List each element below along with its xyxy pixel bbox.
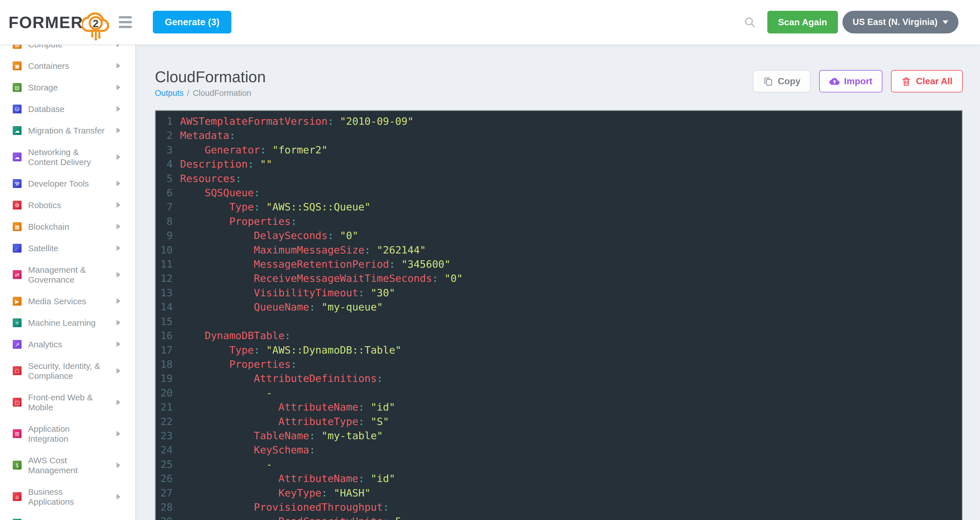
code-line: 29 ReadCapacityUnits: 5 (156, 514, 962, 520)
sidebar-item-aws-cost-management[interactable]: $AWS Cost Management (0, 449, 135, 481)
chevron-right-icon (116, 463, 121, 468)
region-label: US East (N. Virginia) (853, 17, 937, 27)
code-line: 10 MaximumMessageSize: "262144" (156, 243, 962, 257)
line-number: 11 (156, 257, 180, 271)
management-governance-icon: ⇄ (13, 270, 22, 279)
line-number: 27 (156, 486, 180, 500)
cloud-upload-icon (829, 76, 840, 86)
sidebar-item-business-applications[interactable]: ⌂Business Applications (0, 481, 135, 512)
logo-text: FORMER (8, 13, 83, 32)
line-number: 14 (156, 300, 180, 314)
sidebar-item-label: Developer Tools (28, 179, 109, 189)
sidebar-item-management-governance[interactable]: ⇄Management & Governance (0, 259, 135, 290)
line-number: 5 (156, 172, 180, 186)
sidebar-item-label: Migration & Transfer (28, 126, 109, 135)
line-number: 25 (156, 457, 180, 472)
caret-down-icon (943, 21, 948, 24)
sidebar-item-label: Management & Governance (28, 265, 109, 285)
sidebar-item-label: Compute (28, 45, 109, 49)
containers-icon: ▣ (13, 62, 22, 70)
line-number: 22 (156, 415, 180, 429)
sidebar-item-security-identity-compliance[interactable]: ☖Security, Identity, & Compliance (0, 355, 135, 386)
menu-hamburger-icon[interactable] (119, 16, 132, 28)
import-button[interactable]: Import (819, 70, 883, 92)
sidebar-item-migration-transfer[interactable]: ☁Migration & Transfer (0, 120, 135, 141)
satellite-icon: ☄ (13, 244, 22, 253)
code-line: 6 SQSQueue: (156, 186, 962, 200)
line-number: 10 (156, 243, 180, 257)
sidebar-item-machine-learning[interactable]: ⚛Machine Learning (0, 312, 135, 334)
line-number: 2 (156, 129, 180, 143)
code-line: 17 Type: "AWS::DynamoDB::Table" (156, 343, 962, 357)
search-icon[interactable] (743, 16, 756, 29)
line-number: 20 (156, 386, 180, 400)
sidebar-item-containers[interactable]: ▣Containers (0, 55, 135, 76)
sidebar-item-developer-tools[interactable]: ⚒Developer Tools (0, 173, 135, 194)
code-line: 14 QueueName: "my-queue" (156, 300, 962, 314)
sidebar-item-storage[interactable]: ▤Storage (0, 76, 135, 98)
code-line: 16 DynamoDBTable: (156, 329, 962, 343)
clear-all-button[interactable]: Clear All (891, 70, 963, 92)
line-number: 3 (156, 143, 180, 157)
code-line: 12 ReceiveMessageWaitTimeSeconds: "0" (156, 271, 962, 286)
code-line: 18 Properties: (156, 357, 962, 371)
code-line: 1AWSTemplateFormatVersion: "2010-09-09" (156, 114, 962, 129)
line-number: 29 (156, 514, 180, 520)
sidebar-item-label: Satellite (28, 243, 109, 253)
breadcrumb-outputs-link[interactable]: Outputs (155, 89, 184, 97)
line-number: 13 (156, 286, 180, 300)
code-line: 28 ProvisionedThroughput: (156, 500, 962, 514)
sidebar-item-application-integration[interactable]: ⊞Application Integration (0, 418, 135, 449)
chevron-right-icon (116, 106, 121, 112)
chevron-right-icon (116, 202, 121, 208)
sidebar-item-compute[interactable]: ▥Compute (0, 45, 135, 55)
code-line: 26 AttributeName: "id" (156, 472, 962, 486)
scan-again-button[interactable]: Scan Again (767, 11, 838, 33)
output-actions: Copy Import Clear All (753, 70, 963, 92)
line-number: 12 (156, 271, 180, 286)
chevron-right-icon (116, 154, 121, 160)
region-selector-dropdown[interactable]: US East (N. Virginia) (842, 11, 958, 33)
sidebar-item-end-user-computing[interactable]: ◫End User Computing (0, 512, 135, 520)
code-line: 5Resources: (156, 172, 962, 186)
sidebar-item-media-services[interactable]: ▶Media Services (0, 290, 135, 312)
sidebar-item-label: Media Services (28, 296, 109, 306)
code-line: 3 Generator: "former2" (156, 143, 962, 157)
code-line: 19 AttributeDefinitions: (156, 371, 962, 386)
chevron-right-icon (116, 494, 121, 499)
networking-content-delivery-icon: ☁ (13, 153, 22, 161)
sidebar-item-satellite[interactable]: ☄Satellite (0, 237, 135, 259)
robotics-icon: ⚙ (13, 201, 22, 210)
line-number: 6 (156, 186, 180, 200)
code-line: 4Description: "" (156, 157, 962, 171)
cloudformation-code-editor[interactable]: 1AWSTemplateFormatVersion: "2010-09-09"2… (155, 110, 963, 520)
line-number: 17 (156, 343, 180, 357)
generate-button[interactable]: Generate (3) (153, 11, 231, 33)
copy-icon (763, 76, 773, 86)
code-line: 21 AttributeName: "id" (156, 400, 962, 414)
sidebar-item-robotics[interactable]: ⚙Robotics (0, 194, 135, 216)
line-number: 7 (156, 200, 180, 214)
sidebar-item-label: Security, Identity, & Compliance (28, 361, 109, 381)
sidebar-item-networking-content-delivery[interactable]: ☁Networking & Content Delivery (0, 141, 135, 173)
code-line: 2Metadata: (156, 129, 962, 143)
former2-logo: FORMER 2 (8, 2, 110, 43)
business-applications-icon: ⌂ (13, 492, 22, 501)
sidebar-item-database[interactable]: ⛁Database (0, 98, 135, 120)
sidebar-item-front-end-web-mobile[interactable]: ◫Front-end Web & Mobile (0, 386, 135, 418)
code-line: 23 TableName: "my-table" (156, 429, 962, 443)
analytics-icon: ↗ (13, 340, 22, 349)
sidebar-item-label: Application Integration (28, 424, 109, 444)
chevron-right-icon (116, 45, 121, 47)
sidebar-item-blockchain[interactable]: ▦Blockchain (0, 216, 135, 237)
code-line: 27 KeyType: "HASH" (156, 486, 962, 500)
line-number: 8 (156, 214, 180, 229)
sidebar-item-analytics[interactable]: ↗Analytics (0, 334, 135, 355)
copy-button[interactable]: Copy (753, 70, 811, 92)
chevron-right-icon (116, 84, 121, 90)
chevron-right-icon (116, 298, 121, 304)
line-number: 26 (156, 472, 180, 486)
code-line: 11 MessageRetentionPeriod: "345600" (156, 257, 962, 271)
header-right-group: Scan Again US East (N. Virginia) (743, 11, 980, 33)
line-number: 15 (156, 315, 180, 329)
